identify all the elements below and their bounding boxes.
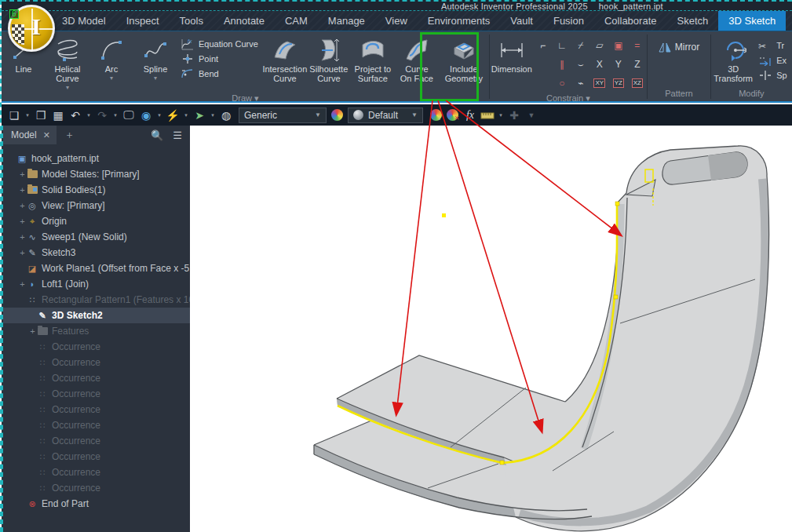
search-icon[interactable]: 🔍 [151, 129, 163, 141]
lock-constraint-icon[interactable]: ▣ [609, 36, 628, 55]
tab-informed-design[interactable]: Informed Design [786, 11, 792, 31]
coincident-constraint-icon[interactable]: ⌐ [534, 36, 553, 55]
tree-item-occurrence[interactable]: ∷Occurrence [3, 480, 190, 496]
save-button[interactable]: ▦ [50, 107, 66, 124]
panel-label-draw[interactable]: Draw ▾ [2, 93, 489, 103]
tree-item-work-plane1-offset-from-face-x-5-mm-[interactable]: ◪Work Plane1 (Offset from Face x -5 mm) [3, 261, 190, 276]
button-curve-on-face[interactable]: Curve On Face [395, 35, 439, 83]
expand-button[interactable]: ▼ [524, 107, 539, 124]
tree-item-occurrence[interactable]: ∷Occurrence [3, 355, 190, 370]
redo-button[interactable]: ↷ [94, 107, 110, 124]
tab-manage[interactable]: Manage [318, 11, 375, 31]
tab-environments[interactable]: Environments [418, 11, 500, 31]
xz-plane-constraint-icon[interactable]: XZ [628, 74, 647, 93]
tab-view[interactable]: View [375, 11, 418, 31]
x-parallel-constraint-icon[interactable]: X [590, 55, 609, 74]
symmetry-constraint-icon[interactable]: ▱ [590, 36, 609, 55]
tree-item-rectangular-pattern1-features-x-10-ul-[interactable]: ∷Rectangular Pattern1 (Features x 10 ul) [3, 292, 190, 308]
quick-input-button[interactable]: ⚡ [165, 107, 181, 124]
tree-expander[interactable]: + [18, 232, 27, 242]
add-button[interactable]: ✚ [506, 107, 522, 124]
orbit-button[interactable]: ◉ [138, 107, 154, 124]
tab-vault[interactable]: Vault [500, 11, 543, 31]
tab-fusion[interactable]: Fusion [543, 11, 594, 31]
tree-item-occurrence[interactable]: ∷Occurrence [3, 386, 190, 402]
chevron-down-icon[interactable]: ▾ [111, 112, 119, 118]
tab-collaborate[interactable]: Collaborate [594, 11, 667, 31]
tree-item-end-of-part[interactable]: ⊗End of Part [3, 496, 190, 512]
undo-button[interactable]: ↶ [68, 107, 83, 124]
midpoint-constraint-icon[interactable]: ⌁ [571, 74, 590, 93]
button-ex[interactable]: Ex [758, 54, 787, 67]
tree-item-origin[interactable]: +⌖Origin [3, 213, 190, 229]
tree-expander[interactable]: + [18, 217, 27, 226]
chevron-down-icon[interactable]: ▾ [24, 112, 31, 118]
close-icon[interactable]: ✕ [43, 130, 50, 140]
browser-tab-model[interactable]: Model ✕ [3, 126, 57, 144]
local-update-button[interactable]: 🖵 [121, 107, 137, 124]
yz-plane-constraint-icon[interactable]: YZ [609, 74, 628, 93]
button-intersection-curve[interactable]: Intersection Curve [263, 35, 307, 83]
select-button[interactable]: ➤ [192, 107, 207, 124]
tree-item-model-states-primary-[interactable]: +Model States: [Primary] [3, 166, 190, 182]
button-bend[interactable]: Bend [181, 67, 258, 80]
tree-expander[interactable]: + [18, 201, 27, 210]
tab-annotate[interactable]: Annotate [214, 11, 275, 31]
material-sphere-button[interactable]: ◍ [218, 107, 234, 124]
panel-label-modify[interactable]: Modify [711, 88, 791, 101]
add-browser-tab-button[interactable]: ＋ [57, 128, 82, 142]
tree-expander[interactable]: + [28, 326, 37, 336]
tree-item-loft1-join-[interactable]: +◗Loft1 (Join) [3, 276, 190, 292]
button-tr[interactable]: ✂Tr [758, 39, 787, 52]
color-wheel-icon[interactable] [331, 109, 343, 121]
chevron-down-icon[interactable]: ▾ [85, 112, 93, 118]
chevron-down-icon[interactable]: ▾ [209, 112, 217, 118]
concentric-constraint-icon[interactable]: ○ [553, 74, 571, 93]
measure-button[interactable] [480, 107, 495, 124]
tree-item-features[interactable]: +Features [3, 323, 190, 339]
tree-item-occurrence[interactable]: ∷Occurrence [3, 465, 190, 480]
button-include-geometry[interactable]: Include Geometry [439, 35, 489, 83]
tree-item-3d-sketch2[interactable]: ✎3D Sketch2 [3, 308, 190, 323]
material-dropdown[interactable]: Generic▼ [239, 107, 327, 123]
tree-item-occurrence[interactable]: ∷Occurrence [3, 433, 190, 449]
tree-item-occurrence[interactable]: ∷Occurrence [3, 370, 190, 386]
button-dimension[interactable]: Dimension [490, 35, 534, 74]
button-helical-curve[interactable]: Helical Curve▾ [46, 35, 89, 93]
tab-3d-model[interactable]: 3D Model [52, 11, 116, 31]
tree-expander[interactable]: + [18, 279, 27, 289]
tree-expander[interactable]: + [18, 185, 27, 195]
tree-item-solid-bodies-1-[interactable]: +Solid Bodies(1) [3, 182, 190, 198]
tree-item-occurrence[interactable]: ∷Occurrence [3, 449, 190, 465]
new-file-button[interactable]: ❏ [6, 107, 22, 124]
button-point[interactable]: Point [181, 53, 258, 65]
tree-item-sweep1-new-solid-[interactable]: +∿Sweep1 (New Solid) [3, 229, 190, 245]
tab-sketch[interactable]: Sketch [666, 11, 718, 31]
viewport-3d[interactable] [190, 126, 792, 532]
button-silhouette-curve[interactable]: Silhouette Curve [307, 35, 351, 83]
tree-item-sketch3[interactable]: +✎Sketch3 [3, 245, 190, 261]
equal-constraint-icon[interactable]: = [628, 36, 647, 55]
button-sp[interactable]: Sp [758, 69, 787, 82]
button-equation-curve[interactable]: fxEquation Curve [181, 38, 258, 50]
tab-tools[interactable]: Tools [170, 11, 214, 31]
chevron-down-icon[interactable]: ▾ [155, 112, 163, 118]
tree-item-hook-pattern-ipt[interactable]: ▣hook_pattern.ipt [3, 151, 190, 166]
y-parallel-constraint-icon[interactable]: Y [609, 55, 628, 74]
perpendicular-constraint-icon[interactable]: ∟ [553, 36, 571, 55]
tab-inspect[interactable]: Inspect [116, 11, 170, 31]
tab-cam[interactable]: CAM [275, 11, 318, 31]
panel-label-constrain[interactable]: Constrain ▾ [490, 93, 647, 103]
button-mirror[interactable]: Mirror [648, 35, 710, 53]
clear-appearance-button[interactable]: ✕ [445, 107, 461, 124]
appearance-dropdown[interactable]: Default▼ [348, 107, 423, 123]
panel-label-pattern[interactable]: Pattern [648, 88, 710, 101]
parallel-constraint-icon[interactable]: ∥ [553, 55, 571, 74]
button-project-to-surface[interactable]: Project to Surface [351, 35, 395, 83]
tree-expander[interactable]: + [18, 169, 27, 179]
adjust-appearance-button[interactable]: ↓ [428, 107, 443, 124]
tab-3d-sketch[interactable]: 3D Sketch [718, 11, 786, 31]
tree-item-occurrence[interactable]: ∷Occurrence [3, 417, 190, 433]
button-3d-transform[interactable]: 3D Transform [711, 35, 755, 83]
chevron-down-icon[interactable]: ▾ [497, 112, 505, 118]
